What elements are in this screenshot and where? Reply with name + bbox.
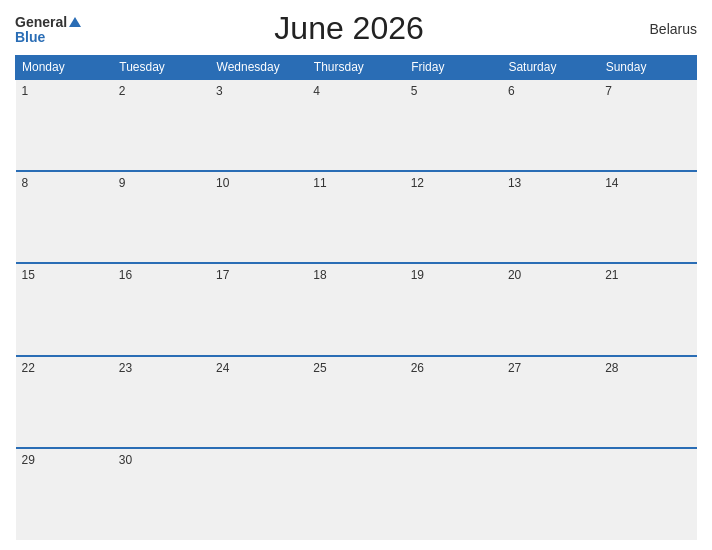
calendar-header-row: Monday Tuesday Wednesday Thursday Friday… xyxy=(16,56,697,80)
day-empty-2 xyxy=(307,448,404,540)
day-16: 16 xyxy=(113,263,210,355)
day-26: 26 xyxy=(405,356,502,448)
country-label: Belarus xyxy=(617,21,697,37)
logo: General Blue xyxy=(15,14,81,44)
calendar-header: General Blue June 2026 Belarus xyxy=(15,10,697,47)
day-empty-3 xyxy=(405,448,502,540)
col-sunday: Sunday xyxy=(599,56,696,80)
days-of-week-row: Monday Tuesday Wednesday Thursday Friday… xyxy=(16,56,697,80)
day-6: 6 xyxy=(502,79,599,171)
day-2: 2 xyxy=(113,79,210,171)
calendar-body: 1 2 3 4 5 6 7 8 9 10 11 12 13 14 15 16 1… xyxy=(16,79,697,540)
col-tuesday: Tuesday xyxy=(113,56,210,80)
day-7: 7 xyxy=(599,79,696,171)
week-5: 29 30 xyxy=(16,448,697,540)
day-15: 15 xyxy=(16,263,113,355)
day-29: 29 xyxy=(16,448,113,540)
col-thursday: Thursday xyxy=(307,56,404,80)
day-9: 9 xyxy=(113,171,210,263)
day-13: 13 xyxy=(502,171,599,263)
day-11: 11 xyxy=(307,171,404,263)
day-18: 18 xyxy=(307,263,404,355)
day-28: 28 xyxy=(599,356,696,448)
day-21: 21 xyxy=(599,263,696,355)
day-25: 25 xyxy=(307,356,404,448)
day-12: 12 xyxy=(405,171,502,263)
week-4: 22 23 24 25 26 27 28 xyxy=(16,356,697,448)
col-monday: Monday xyxy=(16,56,113,80)
day-19: 19 xyxy=(405,263,502,355)
logo-blue: Blue xyxy=(15,30,81,44)
calendar-title: June 2026 xyxy=(81,10,617,47)
calendar-wrapper: General Blue June 2026 Belarus Monday Tu… xyxy=(0,0,712,550)
day-24: 24 xyxy=(210,356,307,448)
col-friday: Friday xyxy=(405,56,502,80)
logo-triangle-icon xyxy=(69,17,81,27)
day-empty-1 xyxy=(210,448,307,540)
col-saturday: Saturday xyxy=(502,56,599,80)
logo-text: General xyxy=(15,14,81,30)
day-17: 17 xyxy=(210,263,307,355)
day-30: 30 xyxy=(113,448,210,540)
logo-general: General xyxy=(15,14,67,30)
week-1: 1 2 3 4 5 6 7 xyxy=(16,79,697,171)
day-3: 3 xyxy=(210,79,307,171)
col-wednesday: Wednesday xyxy=(210,56,307,80)
day-4: 4 xyxy=(307,79,404,171)
calendar-table: Monday Tuesday Wednesday Thursday Friday… xyxy=(15,55,697,540)
day-10: 10 xyxy=(210,171,307,263)
day-22: 22 xyxy=(16,356,113,448)
day-27: 27 xyxy=(502,356,599,448)
day-empty-5 xyxy=(599,448,696,540)
day-14: 14 xyxy=(599,171,696,263)
day-empty-4 xyxy=(502,448,599,540)
day-1: 1 xyxy=(16,79,113,171)
day-5: 5 xyxy=(405,79,502,171)
week-2: 8 9 10 11 12 13 14 xyxy=(16,171,697,263)
day-20: 20 xyxy=(502,263,599,355)
day-8: 8 xyxy=(16,171,113,263)
day-23: 23 xyxy=(113,356,210,448)
week-3: 15 16 17 18 19 20 21 xyxy=(16,263,697,355)
